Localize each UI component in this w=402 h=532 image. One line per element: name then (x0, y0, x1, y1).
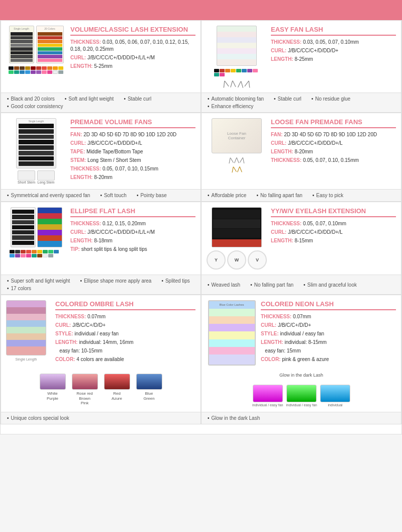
loose-fan-images: Loose FanContainer ⋀ ⋀ ⋀ ⋀ ⋀ (207, 118, 267, 172)
glow-label: Glow in the dark Lash (207, 373, 396, 378)
premade-thickness: THICKNESS: 0.05, 0.07, 0.10, 0.15mm (70, 165, 195, 172)
premade-features-bar: Symmetrical and evenly spaced fan Soft t… (1, 190, 201, 202)
feature-slim-graceful: Slim and graceful look (304, 278, 357, 291)
feature-no-falling-part: No falling part fan (250, 278, 293, 291)
ellipse-tip: TIP: short split tips & long split tips (70, 246, 195, 253)
feature-splited-tips: Splited tips (161, 278, 189, 284)
neon-length2: easy fan: 15mm (261, 347, 396, 354)
feature-17-colors: 17 colors (7, 286, 31, 291)
loose-fan-fan: FAN: 2D 3D 4D 5D 6D 7D 8D 9D 10D 12D 20D (271, 131, 396, 138)
premade-tape: TAPE: Middle Tape/Bottom Tape (70, 148, 195, 155)
yyw-features-bar: Weaved lash No falling part fan Slim and… (201, 275, 401, 295)
ellipse-thickness: THICKNESS: 0.12, 0.15, 0.20mm (70, 220, 195, 227)
neon-thickness: THICKNESS: 0.07mm (261, 313, 396, 320)
ellipse-length: LENGTH: 8-18mm (70, 237, 195, 244)
neon-length: LENGTH: individual: 8-15mm (261, 339, 396, 346)
product-cell-yyw: Y W V YY/W/V EYELASH EXTENSION THICKNESS… (201, 202, 401, 275)
top-banner (0, 0, 402, 20)
volume-classic-images: Single Length (6, 26, 66, 74)
section-4: Single Length COLORED OMBRE LASH THICKNE… (0, 295, 402, 424)
volume-classic-info: VOLUME/CLASSIC LASH EXTENSION THICKNESS:… (70, 26, 195, 74)
easy-fan-features-bar: Automatic blooming fan Stable curl No re… (201, 93, 401, 113)
feature-stable-curl-ef: Stable curl (274, 96, 301, 102)
ellipse-info: ELLIPSE FLAT LASH THICKNESS: 0.12, 0.15,… (70, 207, 195, 257)
easy-fan-swatches (214, 69, 259, 76)
loose-fan-features-bar: Affordable price No falling apart fan Ea… (201, 190, 401, 202)
premade-title: PREMADE VOLUME FANS (70, 118, 195, 128)
ombre-title: COLORED OMBRE LASH (55, 300, 195, 310)
feature-soft-light: Soft and light weight (65, 96, 114, 102)
yyw-title: YY/W/V EYELASH EXTENSION (271, 207, 396, 217)
loose-fan-curl: CURL: J/B/C/CC/C+/D/DD/D+/L (271, 140, 396, 147)
premade-info: PREMADE VOLUME FANS FAN: 2D 3D 4D 5D 6D … (70, 118, 195, 184)
ombre-info: COLORED OMBRE LASH THICKNESS: 0.07mm CUR… (55, 300, 195, 365)
bottom-padding (0, 424, 402, 434)
yyw-shapes: Y W V (207, 250, 267, 270)
volume-features-bar: Black and 20 colors Soft and light weigh… (1, 93, 201, 113)
product-cell-volume-classic: Single Length (1, 20, 201, 93)
feature-enhance-eff: Enhance efficiency (208, 104, 253, 109)
feature-unique-colors: Unique colors special look (7, 415, 69, 421)
fan-lash-icons: ⋀ ⋀ ⋀ ⋀ (223, 79, 251, 87)
ellipse-swatches (10, 250, 63, 257)
ellipse-images (6, 207, 66, 257)
volume-color-swatches (9, 66, 64, 74)
easy-fan-images: ⋀ ⋀ ⋀ ⋀ (207, 26, 267, 87)
loose-fan-title: LOOSE FAN PREMADE FANS (271, 118, 396, 128)
premade-length: LENGTH: 8-20mm (70, 174, 195, 181)
product-cell-ombre: Single Length COLORED OMBRE LASH THICKNE… (1, 295, 201, 412)
feature-no-falling-apart: No falling apart fan (256, 193, 302, 198)
section-3: ELLIPSE FLAT LASH THICKNESS: 0.12, 0.15,… (0, 202, 402, 295)
ombre-length: LENGTH: individual: 14mm, 16mm (55, 339, 195, 346)
feature-no-residue: No residue glue (312, 96, 351, 102)
page-wrapper: Single Length (0, 0, 402, 434)
volume-length: LENGTH: 5-25mm (70, 63, 195, 70)
premade-images: Single Length (6, 118, 66, 184)
gold-lash-icons: ⋀ ⋀ (231, 165, 242, 172)
loose-fan-thickness: THICKNESS: 0.05, 0.07, 0.10, 0.15mm (271, 157, 396, 164)
ombre-swatches-display: WhitePurple Rose redBrownPink RedAzure B… (6, 374, 195, 406)
feature-easy-to-pick: Easy to pick (313, 193, 343, 198)
ombre-style: STYLE: individual / easy fan (55, 330, 195, 337)
easy-fan-title: EASY FAN LASH (271, 26, 396, 36)
easy-fan-thickness: THICKNESS: 0.03, 0.05, 0.07, 0.10mm (271, 39, 396, 46)
premade-stem: STEM: Long Stem / Short Stem (70, 157, 195, 164)
yyw-images: Y W V (207, 207, 267, 270)
feature-soft-touch: Soft touch (100, 193, 127, 198)
premade-fan: FAN: 2D 3D 4D 5D 6D 7D 8D 9D 10D 12D 20D (70, 131, 195, 138)
feature-symmetrical: Symmetrical and evenly spaced fan (7, 193, 90, 198)
ombre-color: COLOR: 4 colors are available (55, 356, 195, 363)
ombre-features-bar: Unique colors special look (1, 412, 201, 424)
feature-stable-curl: Stable curl (124, 96, 151, 102)
neon-style: STYLE: individual / easy fan (261, 330, 396, 337)
neon-color: COLOR: pink & green & azure (261, 356, 396, 363)
easy-fan-info: EASY FAN LASH THICKNESS: 0.03, 0.05, 0.0… (271, 26, 396, 87)
ellipse-features-bar: Super soft and light weight Ellipse shap… (1, 275, 201, 295)
ellipse-title: ELLIPSE FLAT LASH (70, 207, 195, 217)
neon-info: COLORED NEON LASH THICKNESS: 0.07mm CURL… (261, 300, 396, 366)
product-cell-loose-fan: Loose FanContainer ⋀ ⋀ ⋀ ⋀ ⋀ LOOSE (201, 113, 401, 190)
yyw-thickness: THICKNESS: 0.05, 0.07, 0.10mm (271, 220, 396, 227)
feature-glow-dark: Glow in the dark Lash (208, 415, 260, 421)
feature-affordable: Affordable price (208, 193, 246, 198)
product-cell-premade: Single Length (1, 113, 201, 190)
yyw-info: YY/W/V EYELASH EXTENSION THICKNESS: 0.05… (271, 207, 396, 270)
yyw-curl: CURL: J/B/C/CC/C+/D/DD/D+/L (271, 229, 396, 236)
product-cell-ellipse: ELLIPSE FLAT LASH THICKNESS: 0.12, 0.15,… (1, 202, 201, 275)
ombre-thickness: THICKNESS: 0.07mm (55, 313, 195, 320)
loose-fan-icons: ⋀ ⋀ ⋀ (228, 156, 245, 163)
loose-fan-info: LOOSE FAN PREMADE FANS FAN: 2D 3D 4D 5D … (271, 118, 396, 172)
premade-curl: CURL: J/B/C/CC/C+/D/DD/D+/L (70, 140, 195, 147)
neon-features-bar: Glow in the dark Lash (201, 412, 401, 424)
feature-auto-bloom: Automatic blooming fan (208, 96, 264, 102)
feature-super-soft: Super soft and light weight (7, 278, 70, 284)
section-1: Single Length (0, 20, 402, 113)
product-cell-neon: Blue Color Lashes COLORED NEON LASH THIC… (201, 295, 401, 412)
neon-samples: individual / easy fan individual / easy … (207, 385, 396, 407)
easy-fan-length: LENGTH: 8-25mm (271, 56, 396, 63)
feature-weaved: Weaved lash (208, 278, 240, 291)
product-cell-easy-fan: ⋀ ⋀ ⋀ ⋀ EASY FAN LASH THICKNESS: 0.03, 0… (201, 20, 401, 93)
easy-fan-curl: CURL: J/B/C/CC/C+/D/DD/D+ (271, 47, 396, 54)
ombre-length2: easy fan: 10-15mm (55, 347, 195, 354)
ombre-curl: CURL: J/B/C/C+/D/D+ (55, 322, 195, 329)
